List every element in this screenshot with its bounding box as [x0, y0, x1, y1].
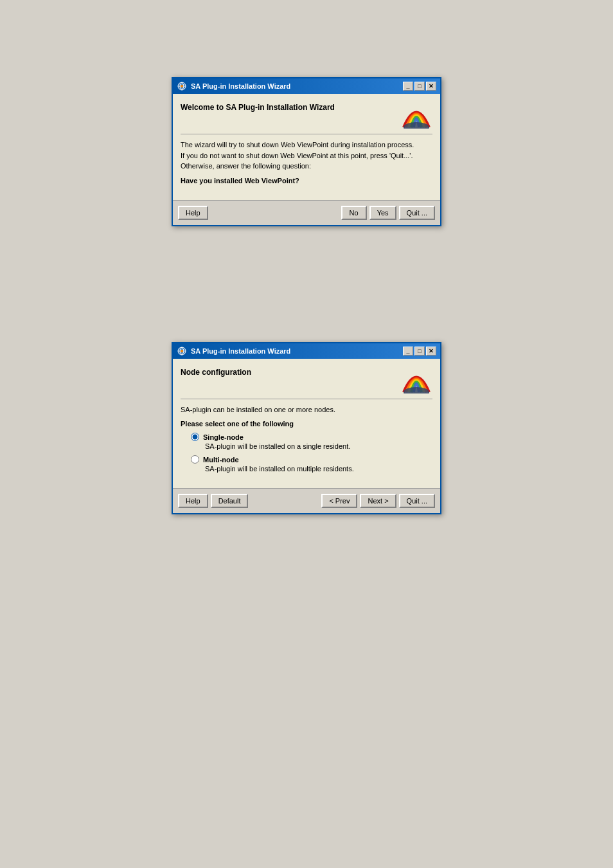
dialog2-prev-button[interactable]: < Prev [321, 494, 357, 508]
dialog2-graphic [400, 365, 432, 393]
dialog2-option-single-row: Single-node [191, 433, 432, 441]
dialog2-option-single: Single-node SA-plugin will be installed … [191, 433, 432, 450]
dialog1-subtitle: Welcome to SA Plug-in Installation Wizar… [181, 100, 335, 112]
dialog2-radio-single[interactable] [191, 433, 199, 441]
dialog2-radio-multi[interactable] [191, 455, 199, 464]
dialog1-graphic [400, 100, 432, 129]
dialog2-minimize-btn[interactable]: _ [403, 347, 413, 356]
dialog1-no-button[interactable]: No [341, 206, 367, 220]
dialog1-close-btn[interactable]: ✕ [426, 82, 436, 91]
dialog2-radio-single-desc: SA-plugin will be installed on a single … [205, 442, 432, 450]
dialog1-window: SA Plug-in Installation Wizard _ □ ✕ Wel… [172, 77, 441, 226]
dialog2-close-btn[interactable]: ✕ [426, 347, 436, 356]
dialog2-default-button[interactable]: Default [211, 494, 249, 508]
dialog2-radio-group: Single-node SA-plugin will be installed … [191, 433, 432, 473]
dialog2-quit-button[interactable]: Quit ... [399, 494, 435, 508]
dialog2-next-button[interactable]: Next > [360, 494, 396, 508]
dialog1-help-button[interactable]: Help [178, 206, 208, 220]
dialog1-titlebar-controls: _ □ ✕ [403, 82, 436, 91]
dialog2-title-icon [177, 346, 187, 356]
dialog2-button-bar: Help Default < Prev Next > Quit ... [173, 488, 440, 513]
svg-point-4 [181, 85, 183, 87]
dialog2-window: SA Plug-in Installation Wizard _ □ ✕ Nod… [172, 342, 441, 515]
dialog2-help-button[interactable]: Help [178, 494, 208, 508]
dialog1-question: Have you installed Web ViewPoint? [181, 177, 432, 185]
dialog2-titlebar: SA Plug-in Installation Wizard _ □ ✕ [173, 343, 440, 359]
dialog1-button-bar: Help No Yes Quit ... [173, 200, 440, 225]
dialog1-body-text: The wizard will try to shut down Web Vie… [181, 140, 432, 172]
dialog1-maximize-btn[interactable]: □ [414, 82, 425, 91]
dialog1-quit-button[interactable]: Quit ... [399, 206, 435, 220]
dialog2-option-multi: Multi-node SA-plugin will be installed o… [191, 455, 432, 473]
dialog2-header: Node configuration [181, 365, 432, 399]
dialog2-radio-multi-desc: SA-plugin will be installed on multiple … [205, 465, 432, 473]
dialog1-titlebar: SA Plug-in Installation Wizard _ □ ✕ [173, 78, 440, 94]
dialog2-radio-multi-label[interactable]: Multi-node [203, 456, 239, 464]
dialog1-title-text: SA Plug-in Installation Wizard [191, 82, 290, 90]
dialog1-header: Welcome to SA Plug-in Installation Wizar… [181, 100, 432, 134]
dialog2-maximize-btn[interactable]: □ [414, 347, 425, 356]
dialog2-radio-single-label[interactable]: Single-node [203, 433, 244, 441]
dialog2-intro: SA-plugin can be installed on one or mor… [181, 404, 432, 415]
dialog2-subtitle: Node configuration [181, 365, 251, 377]
dialog1-content: Welcome to SA Plug-in Installation Wizar… [173, 94, 440, 196]
dialog2-title-text: SA Plug-in Installation Wizard [191, 347, 290, 355]
dialog1-minimize-btn[interactable]: _ [403, 82, 413, 91]
dialog2-option-multi-row: Multi-node [191, 455, 432, 464]
dialog2-select-prompt: Please select one of the following [181, 420, 432, 428]
dialog1-title-icon [177, 81, 187, 91]
dialog1-yes-button[interactable]: Yes [369, 206, 396, 220]
svg-point-10 [181, 350, 183, 352]
dialog2-content: Node configuration SA-plugin can be inst… [173, 359, 440, 485]
dialog2-titlebar-controls: _ □ ✕ [403, 347, 436, 356]
